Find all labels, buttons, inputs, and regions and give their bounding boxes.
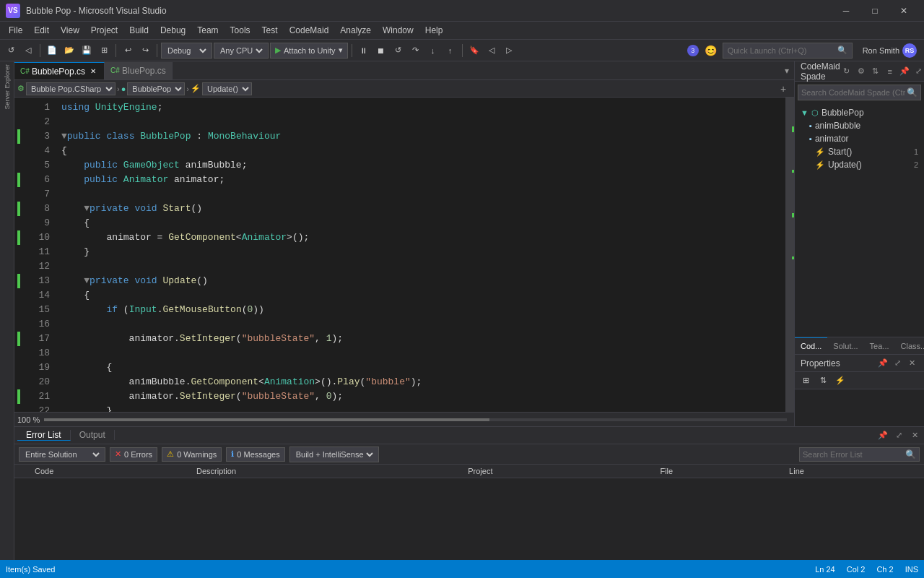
server-explorer-icon[interactable]: Server Explorer: [4, 64, 11, 110]
tab-bluepop[interactable]: C# BluePop.cs: [105, 62, 173, 79]
toolbar-stepover-btn[interactable]: ↷: [408, 43, 424, 59]
errors-filter-btn[interactable]: ✕ 0 Errors: [110, 447, 157, 462]
maximize-button[interactable]: □: [860, 0, 889, 22]
tab-bubblepop-close[interactable]: ✕: [88, 66, 98, 77]
bottom-tab-pin-btn[interactable]: 📌: [876, 429, 889, 442]
tree-item-animBubble[interactable]: ▪ animBubble: [795, 119, 924, 132]
rbottom-tab-class[interactable]: Class...: [895, 337, 924, 354]
cpu-dropdown[interactable]: Any CPU x86 x64: [214, 43, 269, 59]
bottom-tab-error-list[interactable]: Error List: [17, 430, 71, 441]
editor-expand-btn[interactable]: +: [775, 81, 791, 97]
panel-float-btn[interactable]: ⤢: [912, 65, 924, 78]
panel-sort-btn[interactable]: ⇅: [869, 65, 882, 78]
menu-analyze[interactable]: Analyze: [334, 22, 377, 39]
error-list-search[interactable]: 🔍: [799, 447, 920, 462]
warnings-filter-btn[interactable]: ⚠ 0 Warnings: [162, 447, 222, 462]
panel-settings-btn[interactable]: ⚙: [855, 65, 868, 78]
toolbar-new-btn[interactable]: 📄: [44, 43, 60, 59]
rbottom-tab-tea[interactable]: Tea...: [864, 337, 895, 354]
breadcrumb-class-select[interactable]: BubblePop: [127, 82, 185, 95]
toolbar-bookmark-btn[interactable]: 🔖: [466, 43, 482, 59]
properties-categorized-btn[interactable]: ⊞: [798, 373, 814, 389]
toolbar-redo-btn[interactable]: ↪: [137, 43, 153, 59]
editor-scrollbar[interactable]: [785, 98, 794, 412]
toolbar-breakpoint-btn[interactable]: ⏸: [356, 43, 372, 59]
menu-help[interactable]: Help: [419, 22, 449, 39]
tab-dropdown-button[interactable]: ▾: [780, 62, 794, 79]
menu-codemaid[interactable]: CodeMaid: [284, 22, 335, 39]
menu-window[interactable]: Window: [377, 22, 419, 39]
menu-view[interactable]: View: [55, 22, 85, 39]
breadcrumb-method-select[interactable]: Update(): [202, 82, 252, 95]
close-button[interactable]: ✕: [889, 0, 918, 22]
indicator-10: [17, 230, 20, 245]
zoom-level[interactable]: 100 %: [17, 415, 40, 424]
codemaid-search-box[interactable]: 🔍: [798, 85, 921, 100]
bottom-tab-float-btn[interactable]: ⤢: [892, 429, 905, 442]
col-code[interactable]: Code: [29, 465, 191, 478]
properties-pin-btn[interactable]: 📌: [876, 357, 889, 370]
build-filter-dropdown[interactable]: Build + IntelliSense Build Only: [289, 447, 379, 462]
user-profile[interactable]: Ron Smith RS: [858, 42, 921, 59]
debug-select[interactable]: Debug Release: [165, 46, 209, 56]
breadcrumb-namespace-select[interactable]: Bubble Pop.CSharp: [26, 82, 116, 95]
tree-item-update[interactable]: ⚡ Update() 2: [795, 158, 924, 171]
attach-to-unity-button[interactable]: ▶ Attach to Unity ▾: [270, 43, 348, 59]
properties-close-btn[interactable]: ✕: [905, 357, 918, 370]
quick-launch-search[interactable]: 🔍: [723, 43, 853, 59]
error-list-search-input[interactable]: [803, 450, 904, 459]
properties-float-btn[interactable]: ⤢: [891, 357, 904, 370]
toolbar-stop-btn[interactable]: ⏹: [373, 43, 389, 59]
filter-number-badge[interactable]: 3: [687, 45, 699, 56]
toolbar-stepout-btn[interactable]: ↑: [443, 43, 458, 59]
rbottom-tab-solut[interactable]: Solut...: [827, 337, 863, 354]
menu-team[interactable]: Team: [191, 22, 224, 39]
toolbar-save-btn[interactable]: 💾: [79, 43, 95, 59]
col-file[interactable]: File: [654, 465, 783, 478]
menu-project[interactable]: Project: [85, 22, 123, 39]
properties-alphabetical-btn[interactable]: ⇅: [815, 373, 831, 389]
codemaid-search-input[interactable]: [801, 88, 905, 97]
rbottom-tab-cod[interactable]: Cod...: [795, 337, 827, 354]
toolbar-back-btn[interactable]: ◁: [20, 43, 36, 59]
properties-events-btn[interactable]: ⚡: [832, 373, 848, 389]
menu-edit[interactable]: Edit: [28, 22, 55, 39]
toolbar-undo-btn[interactable]: ↩: [120, 43, 136, 59]
toolbar-open-btn[interactable]: 📂: [61, 43, 77, 59]
toolbar-nextbookmark-btn[interactable]: ▷: [501, 43, 517, 59]
cpu-select[interactable]: Any CPU x86 x64: [217, 46, 265, 56]
minimize-button[interactable]: ─: [832, 0, 860, 22]
col-project[interactable]: Project: [462, 465, 654, 478]
quick-launch-input[interactable]: [728, 46, 834, 55]
build-filter-select[interactable]: Build + IntelliSense Build Only: [293, 449, 375, 460]
error-scope-select[interactable]: Entire Solution Current Document: [22, 449, 102, 460]
toolbar-restart-btn[interactable]: ↺: [391, 43, 406, 59]
tree-item-animator[interactable]: ▪ animator: [795, 132, 924, 145]
error-scope-dropdown[interactable]: Entire Solution Current Document: [19, 447, 105, 462]
toolbar-start-btn[interactable]: ↺: [3, 43, 19, 59]
menu-tools[interactable]: Tools: [225, 22, 256, 39]
menu-test[interactable]: Test: [256, 22, 284, 39]
feedback-icon[interactable]: 😊: [705, 45, 717, 56]
col-description[interactable]: Description: [191, 465, 462, 478]
col-check[interactable]: [14, 465, 29, 478]
toolbar-stepinto-btn[interactable]: ↓: [425, 43, 441, 59]
horizontal-scrollbar[interactable]: [44, 418, 787, 421]
tree-root-bubblepop[interactable]: ▼ ⬡ BubblePop: [795, 106, 924, 119]
menu-build[interactable]: Build: [123, 22, 154, 39]
tree-item-start[interactable]: ⚡ Start() 1: [795, 145, 924, 158]
toolbar-prevbookmark-btn[interactable]: ◁: [484, 43, 500, 59]
tab-bubblepop[interactable]: C# BubblePop.cs ✕: [14, 62, 105, 79]
col-line[interactable]: Line: [783, 465, 924, 478]
panel-config-btn[interactable]: ≡: [884, 65, 897, 78]
messages-filter-btn[interactable]: ℹ 0 Messages: [226, 447, 284, 462]
menu-file[interactable]: File: [3, 22, 28, 39]
panel-refresh-btn[interactable]: ↻: [840, 65, 853, 78]
code-editor[interactable]: using UnityEngine; ▼public class BubbleP…: [56, 98, 785, 412]
menu-debug[interactable]: Debug: [154, 22, 191, 39]
toolbar-saveall-btn[interactable]: ⊞: [96, 43, 112, 59]
bottom-tab-output[interactable]: Output: [71, 430, 115, 440]
bottom-tab-close-btn[interactable]: ✕: [908, 429, 921, 442]
debug-dropdown[interactable]: Debug Release: [161, 43, 212, 59]
panel-pin-btn[interactable]: 📌: [898, 65, 911, 78]
